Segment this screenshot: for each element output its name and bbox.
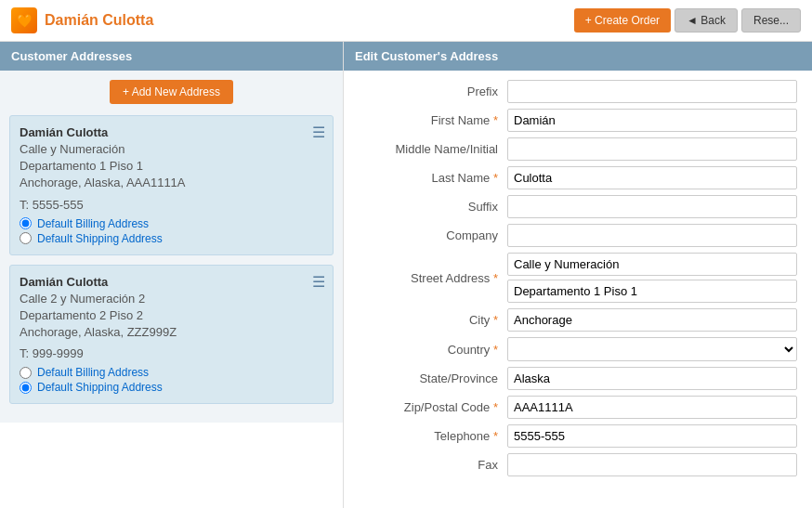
address-city-state-zip-2: Anchorage, Alaska, ZZZ999Z bbox=[20, 324, 323, 341]
middlename-input[interactable] bbox=[507, 137, 797, 161]
customer-addresses-header: Customer Addresses bbox=[0, 42, 343, 71]
fax-input[interactable] bbox=[507, 453, 797, 476]
shipping-radio-2[interactable] bbox=[20, 382, 32, 394]
edit-address-form: Prefix First Name * Middle Name/Initial … bbox=[344, 71, 812, 491]
create-order-button[interactable]: + Create Order bbox=[574, 8, 671, 33]
edit-address-header: Edit Customer's Address bbox=[344, 42, 812, 71]
page-title: Damián Culotta bbox=[45, 12, 153, 29]
phone-label-1: T: bbox=[20, 198, 29, 212]
billing-radio-2[interactable] bbox=[20, 367, 32, 379]
address-card-1: ☰ Damián Culotta Calle y Numeración Depa… bbox=[9, 115, 334, 255]
street-address-row: Street Address * bbox=[359, 253, 797, 303]
city-input[interactable] bbox=[507, 308, 797, 332]
street-address-2-input[interactable] bbox=[507, 280, 797, 303]
street-label: Street Address * bbox=[359, 271, 507, 285]
state-input[interactable] bbox=[507, 367, 797, 390]
customer-addresses-body: + Add New Address ☰ Damián Culotta Calle… bbox=[0, 71, 343, 423]
street-address-1-input[interactable] bbox=[507, 253, 797, 276]
zip-input[interactable] bbox=[507, 396, 797, 419]
firstname-input[interactable] bbox=[507, 109, 797, 132]
telephone-row: Telephone * bbox=[359, 424, 797, 448]
country-row: Country * United States bbox=[359, 337, 797, 361]
address-city-state-zip-1: Anchorage, Alaska, AAA1111A bbox=[20, 175, 323, 191]
address-name-2: Damián Culotta bbox=[20, 275, 323, 289]
shipping-radio-row-2: Default Shipping Address bbox=[20, 381, 323, 394]
company-input[interactable] bbox=[507, 224, 797, 247]
zip-label: Zip/Postal Code * bbox=[359, 400, 507, 414]
city-label: City * bbox=[359, 313, 507, 327]
telephone-label: Telephone * bbox=[359, 429, 507, 443]
fax-row: Fax bbox=[359, 453, 797, 476]
right-panel: Edit Customer's Address Prefix First Nam… bbox=[344, 42, 812, 508]
middlename-label: Middle Name/Initial bbox=[359, 142, 507, 156]
middlename-row: Middle Name/Initial bbox=[359, 137, 797, 161]
prefix-label: Prefix bbox=[359, 85, 507, 98]
address-phone-2: T: 999-9999 bbox=[20, 346, 323, 360]
billing-radio-row-2: Default Billing Address bbox=[20, 366, 323, 379]
add-new-address-button[interactable]: + Add New Address bbox=[110, 80, 233, 104]
suffix-label: Suffix bbox=[359, 200, 507, 214]
billing-radio-row-1: Default Billing Address bbox=[20, 217, 323, 230]
suffix-input[interactable] bbox=[507, 195, 797, 218]
header-left: 🧡 Damián Culotta bbox=[11, 7, 153, 33]
address-card-2: ☰ Damián Culotta Calle 2 y Numeración 2 … bbox=[9, 265, 334, 405]
company-row: Company bbox=[359, 224, 797, 247]
main-content: Customer Addresses + Add New Address ☰ D… bbox=[0, 42, 812, 508]
phone-label-2: T: bbox=[20, 346, 29, 360]
zip-row: Zip/Postal Code * bbox=[359, 396, 797, 419]
address-street2-2: Departamento 2 Piso 2 bbox=[20, 307, 323, 324]
billing-radio-1[interactable] bbox=[20, 217, 32, 229]
company-label: Company bbox=[359, 228, 507, 242]
lastname-input[interactable] bbox=[507, 166, 797, 189]
fax-label: Fax bbox=[359, 458, 507, 472]
header-logo-icon: 🧡 bbox=[11, 7, 37, 33]
prefix-input[interactable] bbox=[507, 80, 797, 103]
header-buttons: + Create Order ◄ Back Rese... bbox=[574, 8, 801, 33]
prefix-row: Prefix bbox=[359, 80, 797, 103]
address-name-1: Damián Culotta bbox=[20, 125, 323, 139]
address-menu-icon-2[interactable]: ☰ bbox=[312, 273, 325, 291]
phone-value-2: 999-9999 bbox=[33, 346, 84, 360]
lastname-label: Last Name * bbox=[359, 171, 507, 185]
lastname-row: Last Name * bbox=[359, 166, 797, 189]
billing-label-1: Default Billing Address bbox=[37, 217, 149, 230]
back-button[interactable]: ◄ Back bbox=[674, 8, 738, 33]
left-panel: Customer Addresses + Add New Address ☰ D… bbox=[0, 42, 344, 508]
address-phone-1: T: 5555-555 bbox=[20, 198, 323, 212]
address-street1-2: Calle 2 y Numeración 2 bbox=[20, 291, 323, 307]
shipping-radio-1[interactable] bbox=[20, 232, 32, 244]
reset-button[interactable]: Rese... bbox=[741, 8, 801, 33]
street-address-group bbox=[507, 253, 797, 303]
address-street2-1: Departamento 1 Piso 1 bbox=[20, 158, 323, 175]
address-street1-1: Calle y Numeración bbox=[20, 141, 323, 158]
city-row: City * bbox=[359, 308, 797, 332]
shipping-radio-row-1: Default Shipping Address bbox=[20, 232, 323, 245]
state-row: State/Province bbox=[359, 367, 797, 390]
state-label: State/Province bbox=[359, 371, 507, 385]
firstname-label: First Name * bbox=[359, 113, 507, 127]
header: 🧡 Damián Culotta + Create Order ◄ Back R… bbox=[0, 0, 812, 42]
address-menu-icon-1[interactable]: ☰ bbox=[312, 124, 325, 141]
shipping-label-2: Default Shipping Address bbox=[37, 381, 163, 394]
shipping-label-1: Default Shipping Address bbox=[37, 232, 163, 245]
firstname-row: First Name * bbox=[359, 109, 797, 132]
suffix-row: Suffix bbox=[359, 195, 797, 218]
telephone-input[interactable] bbox=[507, 424, 797, 448]
phone-value-1: 5555-555 bbox=[33, 198, 84, 212]
country-label: Country * bbox=[359, 343, 507, 357]
billing-label-2: Default Billing Address bbox=[37, 366, 149, 379]
country-select[interactable]: United States bbox=[507, 337, 797, 361]
